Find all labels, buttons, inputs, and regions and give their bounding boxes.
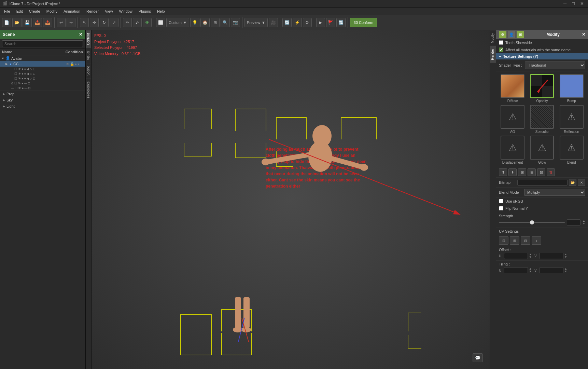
menu-window[interactable]: Window (116, 9, 135, 14)
scale-button[interactable]: ⤢ (110, 18, 118, 27)
cc-action-eye[interactable]: 👁 (66, 62, 69, 66)
eye-button[interactable]: 👁 (143, 18, 152, 27)
menu-render[interactable]: Render (84, 9, 101, 14)
uv-action-2[interactable]: ⊞ (510, 236, 519, 245)
use-srgb-checkbox[interactable] (499, 199, 503, 203)
tex-thumb-opacity[interactable] (530, 74, 554, 98)
tex-mirror-button[interactable]: ⊡ (537, 168, 545, 176)
bitmap-browse-button[interactable]: 📂 (569, 179, 576, 186)
tree-item-cc[interactable]: ▶ ▲ CC... 👁 🔒 ● ● ⋯ (0, 61, 85, 67)
anim3-button[interactable]: 🔃 (336, 18, 346, 27)
tree-arrow-cc[interactable]: ▶ (5, 62, 8, 66)
tool3-button[interactable]: ⚙ (303, 18, 312, 27)
anim2-button[interactable]: 🚩 (326, 18, 335, 27)
uv-action-1[interactable]: ⊡ (499, 236, 508, 245)
menu-help[interactable]: Help (154, 9, 168, 14)
comment-button[interactable]: 💬 (473, 353, 483, 362)
tex-delete-button[interactable]: 🗑 (547, 168, 555, 176)
video-button[interactable]: 🎥 (269, 18, 278, 27)
strength-value-input[interactable]: 100 (567, 219, 580, 226)
anim1-button[interactable]: ▶ (316, 18, 325, 27)
open-file-button[interactable]: 📂 (12, 18, 22, 27)
use-srgb-label[interactable]: Use sRGB (505, 199, 523, 203)
tex-thumb-reflection[interactable]: ⚠ (560, 105, 584, 129)
offset-u-down[interactable]: ▼ (529, 256, 532, 259)
teeth-showside-checkbox[interactable] (499, 40, 503, 45)
tool1-button[interactable]: 🔄 (282, 18, 292, 27)
conform-button[interactable]: 30 Conform (350, 18, 377, 27)
tex-thumb-specular[interactable] (530, 105, 554, 129)
tiling-u-down[interactable]: ▼ (529, 270, 532, 273)
light-section[interactable]: ▶ Light (0, 103, 85, 109)
modify-close-icon[interactable]: ✕ (582, 32, 585, 37)
undo-button[interactable]: ↩ (57, 18, 66, 27)
sky-section[interactable]: ▶ Sky (0, 97, 85, 103)
side-tab-preference[interactable]: Preference (86, 78, 91, 101)
tree-item-sub4[interactable]: ⊙ ☐ 👁 ● — ⊡ (0, 81, 85, 86)
tex-thumb-diffuse[interactable] (501, 74, 524, 98)
teeth-showside-label[interactable]: Teeth Showside (505, 41, 532, 45)
tex-import-button[interactable]: ⬆ (499, 168, 507, 176)
tree-item-avatar[interactable]: ▼ 👤 Avatar (0, 55, 85, 61)
tree-item-sub2[interactable]: ☐ 👁 ● ● ◀ ▷ ⊡ (0, 71, 85, 76)
tex-thumb-glow[interactable]: ⚠ (530, 136, 554, 160)
tex-cell-reflection[interactable]: ⚠ Reflection (558, 105, 585, 134)
menu-edit[interactable]: Edit (14, 9, 26, 14)
move-button[interactable]: ✛ (90, 18, 99, 27)
paint-button[interactable]: 🖌 (133, 18, 142, 27)
flip-normal-checkbox[interactable] (499, 206, 503, 210)
redo-button[interactable]: ↪ (67, 18, 75, 27)
rotate-button[interactable]: ↻ (100, 18, 109, 27)
minimize-button[interactable]: ─ (562, 1, 568, 6)
preview-dropdown[interactable]: Preview ▼ (244, 18, 268, 27)
prop-section[interactable]: ▶ Prop (0, 91, 85, 97)
tex-thumb-blend[interactable]: ⚠ (560, 136, 584, 160)
bitmap-input[interactable] (517, 180, 568, 186)
custom-dropdown[interactable]: Custom ▼ (166, 18, 189, 27)
side-tab-visual[interactable]: Visual (86, 48, 91, 63)
tex-crop-button[interactable]: ⊟ (528, 168, 536, 176)
right-tab-modify[interactable]: Modify (490, 30, 496, 46)
bitmap-reset-button[interactable]: ✕ (578, 179, 585, 186)
tex-export-button[interactable]: ⬇ (508, 168, 517, 176)
menu-view[interactable]: View (102, 9, 116, 14)
blend-mode-select[interactable]: Multiply Normal Add (524, 189, 585, 196)
menu-animation[interactable]: Animation (61, 9, 83, 14)
zoom-button[interactable]: 🔍 (221, 18, 230, 27)
tex-cell-specular[interactable]: Specular (528, 105, 556, 134)
strength-slider[interactable] (499, 222, 565, 223)
shader-type-select[interactable]: Traditional PBR Unlit (525, 62, 585, 69)
uv-action-3[interactable]: ⊟ (521, 236, 530, 245)
offset-u-input[interactable]: 0.000 (504, 253, 528, 259)
menu-modify[interactable]: Modify (44, 9, 60, 14)
scene-close-icon[interactable]: ✕ (79, 32, 82, 37)
texture-settings-header[interactable]: − Texture Settings (Y) (496, 53, 588, 59)
flip-normal-label[interactable]: Flip Normal Y (505, 206, 528, 210)
affect-materials-checkbox[interactable] (499, 47, 503, 52)
tree-item-sub5[interactable]: — ☐ 👁 ● — ⊡ (0, 86, 85, 91)
modify-grid-icon[interactable]: ⊞ (517, 31, 524, 38)
light-button[interactable]: 💡 (190, 18, 199, 27)
search-input[interactable] (2, 40, 83, 47)
erase-button[interactable]: ✏ (123, 18, 132, 27)
tree-arrow-avatar[interactable]: ▼ (1, 57, 4, 60)
new-file-button[interactable]: 📄 (2, 18, 11, 27)
offset-v-down[interactable]: ▼ (564, 256, 567, 259)
modify-person-icon[interactable]: 👤 (508, 31, 515, 38)
cc-action-more[interactable]: ⋯ (80, 62, 84, 66)
select-button[interactable]: ↖ (80, 18, 89, 27)
tiling-v-input[interactable]: 1.000 (540, 267, 563, 273)
offset-v-input[interactable]: 0.000 (540, 253, 563, 259)
cc-action-dot2[interactable]: ● (78, 62, 80, 66)
tree-item-sub1[interactable]: ☐ 👁 ● ● ◀ ▷ ⊡ (0, 67, 85, 71)
tex-thumb-bump[interactable] (560, 74, 584, 98)
import-button[interactable]: 📥 (33, 18, 42, 27)
close-button[interactable]: ✕ (579, 1, 585, 6)
export-button[interactable]: 📤 (43, 18, 52, 27)
tiling-v-down[interactable]: ▼ (564, 270, 567, 273)
render-settings-button[interactable]: ⬜ (156, 18, 165, 27)
strength-down-arrow[interactable]: ▼ (583, 222, 585, 225)
save-file-button[interactable]: 💾 (23, 18, 32, 27)
tree-item-sub3[interactable]: ☐ 👁 ● ● ◀ ▷ ⊡ (0, 76, 85, 81)
tex-cell-diffuse[interactable]: Diffuse (499, 74, 526, 103)
